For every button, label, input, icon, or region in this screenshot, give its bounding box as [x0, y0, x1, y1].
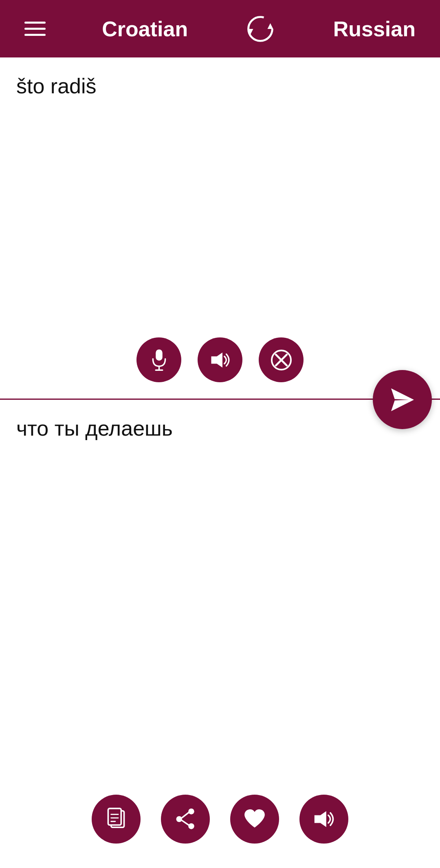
svg-marker-6 — [211, 352, 222, 367]
svg-point-17 — [188, 823, 194, 829]
svg-point-16 — [188, 809, 194, 815]
svg-point-18 — [176, 816, 183, 822]
microphone-button[interactable] — [136, 337, 181, 382]
svg-marker-21 — [315, 811, 326, 827]
svg-rect-12 — [108, 809, 121, 825]
copy-button[interactable] — [92, 795, 141, 844]
output-section: что ты делаешь — [0, 400, 440, 868]
menu-button[interactable] — [24, 22, 46, 36]
source-language-label[interactable]: Croatian — [102, 17, 188, 41]
source-speaker-button[interactable] — [198, 337, 242, 382]
share-button[interactable] — [161, 795, 210, 844]
app-header: Croatian Russian — [0, 0, 440, 57]
svg-rect-3 — [156, 349, 163, 361]
translated-text: что ты делаешь — [0, 400, 440, 782]
svg-line-20 — [182, 821, 189, 825]
clear-button[interactable] — [259, 337, 304, 382]
swap-languages-button[interactable] — [244, 13, 277, 45]
favorite-button[interactable] — [230, 795, 279, 844]
target-language-label[interactable]: Russian — [333, 17, 416, 41]
svg-marker-10 — [391, 388, 414, 411]
output-controls — [0, 782, 440, 868]
svg-line-19 — [182, 813, 189, 817]
svg-marker-1 — [268, 23, 273, 29]
source-controls — [0, 325, 440, 399]
source-textarea[interactable] — [0, 57, 440, 325]
translate-button[interactable] — [373, 370, 432, 429]
source-section — [0, 57, 440, 400]
output-speaker-button[interactable] — [299, 795, 348, 844]
